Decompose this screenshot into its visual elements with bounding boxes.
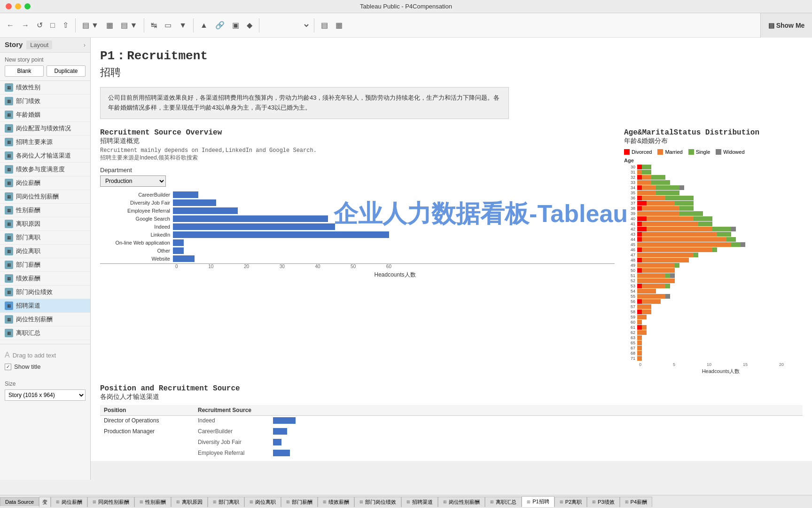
sidebar-item-10[interactable]: ▦ 离职原因 bbox=[0, 217, 90, 231]
move-button[interactable]: ↹ bbox=[148, 19, 160, 32]
save-button[interactable]: □ bbox=[47, 19, 58, 32]
text-button[interactable]: ▣ bbox=[229, 19, 242, 32]
sidebar-item-18[interactable]: ▦ 离职汇总 bbox=[0, 326, 90, 340]
select-button[interactable]: ▭ bbox=[162, 19, 174, 32]
maximize-btn[interactable] bbox=[24, 3, 31, 9]
font-select[interactable] bbox=[263, 20, 310, 31]
tab-离职原因[interactable]: ⊞离职原因 bbox=[171, 497, 208, 507]
analytics-button[interactable]: ▤ ▼ bbox=[118, 19, 140, 32]
sidebar-item-1[interactable]: ▦ 部门绩效 bbox=[0, 95, 90, 108]
filter-button[interactable]: ▼ bbox=[176, 19, 189, 32]
sidebar-item-7[interactable]: ▦ 岗位薪酬 bbox=[0, 176, 90, 190]
sidebar-item-14[interactable]: ▦ 绩效薪酬 bbox=[0, 272, 90, 286]
sidebar-item-6[interactable]: ▦ 绩效参与度满意度 bbox=[0, 163, 90, 176]
sidebar-item-2[interactable]: ▦ 年龄婚姻 bbox=[0, 108, 90, 122]
tab-P2离职[interactable]: ⊞P2离职 bbox=[554, 497, 587, 507]
nav-forward-button[interactable]: → bbox=[19, 19, 32, 32]
datasource-button[interactable]: Data Source bbox=[0, 497, 39, 506]
link-button[interactable]: 🔗 bbox=[212, 19, 227, 32]
bar-label: Other bbox=[100, 248, 173, 254]
chart-button[interactable]: ▤ bbox=[318, 19, 331, 32]
tab-岗位性别薪酬[interactable]: ⊞岗位性别薪酬 bbox=[438, 497, 485, 507]
tab-招聘渠道[interactable]: ⊞招聘渠道 bbox=[401, 497, 438, 507]
tab-部门岗位绩效[interactable]: ⊞部门岗位绩效 bbox=[354, 497, 401, 507]
show-title-checkbox[interactable] bbox=[5, 364, 11, 370]
bar-label: CareerBuilder bbox=[100, 192, 173, 198]
nav-list: ▦ 绩效性别 ▦ 部门绩效 ▦ 年龄婚姻 ▦ 岗位配置与绩效情况 ▦ 招聘主要来… bbox=[0, 81, 90, 340]
undo-button[interactable]: ↺ bbox=[34, 19, 46, 32]
pos-bar-fill bbox=[273, 450, 290, 456]
tab-离职汇总[interactable]: ⊞离职汇总 bbox=[485, 497, 522, 507]
sidebar-item-13[interactable]: ▦ 部门薪酬 bbox=[0, 258, 90, 272]
sidebar-item-8[interactable]: ▦ 同岗位性别薪酬 bbox=[0, 190, 90, 204]
sidebar-item-4[interactable]: ▦ 招聘主要来源 bbox=[0, 135, 90, 149]
tab-label: 部门离职 bbox=[219, 499, 239, 506]
minimize-btn[interactable] bbox=[15, 3, 21, 9]
single-bar bbox=[675, 263, 679, 268]
close-btn[interactable] bbox=[6, 3, 12, 9]
age-label: 68 bbox=[624, 351, 637, 356]
tabs-area: ⊞岗位薪酬⊞同岗性别薪酬⊞性别薪酬⊞离职原因⊞部门离职⊞岗位离职⊞部门薪酬⊞绩效… bbox=[51, 496, 812, 507]
sidebar-item-15[interactable]: ▦ 部门岗位绩效 bbox=[0, 286, 90, 299]
show-me-icon: ▤ bbox=[768, 22, 774, 29]
age-chart: 3031323334353637383940414243444546474849… bbox=[624, 165, 803, 361]
nav-back-button[interactable]: ← bbox=[4, 19, 17, 32]
tab-绩效薪酬[interactable]: ⊞绩效薪酬 bbox=[318, 497, 354, 507]
blank-button[interactable]: Blank bbox=[5, 65, 44, 77]
nav-label-11: 部门离职 bbox=[16, 233, 40, 242]
tab-岗位离职[interactable]: ⊞岗位离职 bbox=[244, 497, 281, 507]
tab-P3绩效[interactable]: ⊞P3绩效 bbox=[587, 497, 619, 507]
sidebar-item-5[interactable]: ▦ 各岗位人才输送渠道 bbox=[0, 149, 90, 163]
age-row: 44 bbox=[624, 237, 803, 242]
chart-type-button[interactable]: ▤ ▼ bbox=[79, 19, 102, 32]
color-button[interactable]: ▲ bbox=[197, 19, 211, 32]
tab-icon: ⊞ bbox=[56, 500, 60, 504]
legend-divorced: Divorced bbox=[624, 149, 652, 155]
size-select[interactable]: Story (1016 x 964) bbox=[5, 389, 86, 401]
tab-同岗性别薪酬[interactable]: ⊞同岗性别薪酬 bbox=[87, 497, 134, 507]
age-row: 68 bbox=[624, 351, 803, 356]
variable-button[interactable]: 变 bbox=[39, 497, 51, 507]
sidebar-item-0[interactable]: ▦ 绩效性别 bbox=[0, 81, 90, 95]
sidebar-item-11[interactable]: ▦ 部门离职 bbox=[0, 231, 90, 245]
age-label: 39 bbox=[624, 211, 637, 216]
single-bar bbox=[712, 227, 731, 231]
new-story-point-section: New story point Blank Duplicate bbox=[0, 53, 90, 81]
sidebar-item-17[interactable]: ▦ 岗位性别薪酬 bbox=[0, 313, 90, 326]
tab-部门薪酬[interactable]: ⊞部门薪酬 bbox=[281, 497, 318, 507]
age-row: 33 bbox=[624, 180, 803, 185]
sidebar-item-3[interactable]: ▦ 岗位配置与绩效情况 bbox=[0, 122, 90, 135]
divorced-bar bbox=[637, 222, 642, 226]
dept-select[interactable]: Production bbox=[100, 175, 166, 187]
age-row: 39 bbox=[624, 211, 803, 216]
age-label: 57 bbox=[624, 304, 637, 309]
grid-button[interactable]: ▦ bbox=[103, 19, 116, 32]
show-me-button[interactable]: ▤ Show Me bbox=[760, 13, 812, 38]
sidebar-item-9[interactable]: ▦ 性别薪酬 bbox=[0, 204, 90, 217]
age-x-axis: 05101520 bbox=[624, 362, 784, 367]
pin-button[interactable]: ◆ bbox=[244, 19, 255, 32]
tab-部门离职[interactable]: ⊞部门离职 bbox=[208, 497, 244, 507]
widowed-bar bbox=[665, 294, 670, 299]
duplicate-button[interactable]: Duplicate bbox=[47, 65, 86, 77]
bottom-tabs: Data Source 变 ⊞岗位薪酬⊞同岗性别薪酬⊞性别薪酬⊞离职原因⊞部门离… bbox=[0, 495, 812, 508]
married-bar bbox=[637, 330, 647, 335]
legend-single: Single bbox=[688, 149, 710, 155]
fit-button[interactable]: ▦ bbox=[333, 19, 345, 32]
tab-性别薪酬[interactable]: ⊞性别薪酬 bbox=[134, 497, 171, 507]
tab-岗位薪酬[interactable]: ⊞岗位薪酬 bbox=[51, 497, 87, 507]
sidebar-item-16[interactable]: ▦ 招聘渠道 bbox=[0, 299, 90, 313]
single-bar bbox=[642, 170, 651, 175]
tab-P4薪酬[interactable]: ⊞P4薪酬 bbox=[620, 497, 652, 507]
sidebar-item-12[interactable]: ▦ 岗位离职 bbox=[0, 245, 90, 258]
export-button[interactable]: ⇧ bbox=[60, 19, 71, 32]
tab-label: 离职原因 bbox=[182, 499, 203, 506]
age-bars bbox=[637, 356, 642, 361]
layout-label[interactable]: Layout bbox=[26, 40, 52, 49]
sidebar-close-button[interactable]: › bbox=[84, 41, 86, 48]
legend-single-label: Single bbox=[696, 149, 710, 155]
tab-P1招聘[interactable]: ⊞P1招聘 bbox=[522, 496, 554, 507]
married-bar bbox=[637, 180, 651, 185]
single-bar bbox=[694, 216, 712, 221]
traffic-lights bbox=[6, 3, 31, 9]
